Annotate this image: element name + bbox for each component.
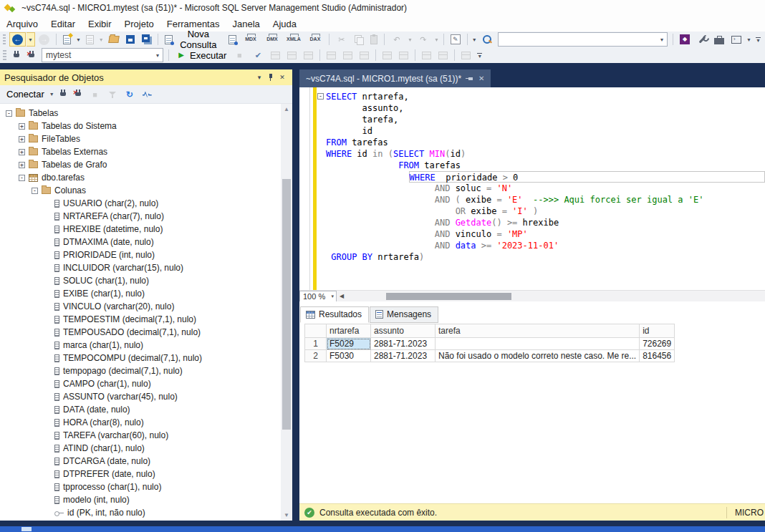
grid-column-header[interactable]: id: [640, 324, 675, 338]
oe-activity-monitor-button[interactable]: [140, 87, 155, 102]
nova-consulta-button[interactable]: Nova Consulta: [162, 32, 224, 47]
grid-cell[interactable]: F5029: [327, 338, 371, 350]
save-all-button[interactable]: [139, 32, 154, 47]
scroll-down-icon[interactable]: ▼: [281, 510, 292, 521]
tree-item[interactable]: DTCARGA (date, nulo): [0, 455, 281, 468]
redo-button[interactable]: ↷: [415, 32, 432, 47]
chevron-down-icon[interactable]: ▾: [657, 37, 667, 43]
grid-cell[interactable]: F5030: [327, 350, 371, 362]
tree-item[interactable]: SOLUC (char(1), nulo): [0, 274, 281, 287]
collapse-icon[interactable]: -: [6, 110, 12, 117]
dax-query-button[interactable]: DAX: [305, 32, 325, 47]
specify-template-parameters-button[interactable]: [458, 48, 473, 62]
tree-item[interactable]: id (PK, int, não nulo): [0, 506, 281, 519]
tree-item[interactable]: -dbo.tarefas: [0, 171, 281, 184]
find-combo[interactable]: ▾: [498, 32, 668, 47]
oe-refresh-button[interactable]: ↻: [121, 87, 138, 102]
grid-cell[interactable]: 726269: [640, 338, 675, 350]
grid-cell[interactable]: Não foi usado o modelo correto neste cas…: [436, 350, 640, 362]
results-tab-mensagens[interactable]: Mensagens: [370, 306, 438, 323]
copy-button[interactable]: [352, 32, 366, 47]
tree-item[interactable]: HREXIBE (datetime, nulo): [0, 223, 281, 236]
undo-button[interactable]: ↶: [388, 32, 405, 47]
results-to-grid-button[interactable]: [340, 48, 355, 62]
save-button[interactable]: [123, 32, 138, 47]
grid-row-header[interactable]: 2: [305, 350, 327, 362]
scrollbar-thumb[interactable]: [282, 179, 291, 430]
tree-item[interactable]: -Tabelas: [0, 107, 281, 120]
tree-item[interactable]: marca (char(1), nulo): [0, 339, 281, 352]
cut-button[interactable]: ✂: [333, 32, 350, 47]
tree-item[interactable]: NRTAREFA (char(7), nulo): [0, 210, 281, 223]
tools-button[interactable]: [694, 32, 710, 47]
grid-corner-cell[interactable]: [305, 324, 327, 338]
editor-zoom-select[interactable]: 100 % ▾: [299, 291, 337, 302]
menu-item-projeto[interactable]: Projeto: [118, 17, 160, 31]
expand-icon[interactable]: +: [19, 136, 25, 142]
windows-taskbar[interactable]: [0, 526, 765, 532]
redo-dropdown[interactable]: ▼: [433, 32, 441, 47]
expand-icon[interactable]: +: [19, 149, 25, 155]
document-tab[interactable]: ~vsC74A.sql - MICRO1.mytest (sa (51))* ✕: [299, 69, 491, 87]
back-history-dropdown[interactable]: ▼: [27, 32, 35, 47]
grid-column-header[interactable]: assunto: [371, 324, 436, 338]
undo-dropdown[interactable]: ▼: [406, 32, 414, 47]
collapse-icon[interactable]: -: [32, 188, 38, 194]
cancel-query-button[interactable]: ■: [231, 48, 248, 62]
results-grid[interactable]: nrtarefaassuntotarefaid1F50292881-71.202…: [304, 324, 675, 362]
hidden-commands-dropdown[interactable]: ▼: [471, 32, 478, 47]
taskbar-app-icon[interactable]: [21, 527, 32, 531]
menu-item-exibir[interactable]: Exibir: [82, 17, 118, 31]
scroll-up-icon[interactable]: ▲: [281, 104, 292, 115]
sql-editor[interactable]: - SELECT nrtarefa, assunto, tarefa, idFR…: [299, 87, 765, 290]
parse-button[interactable]: ✔: [249, 48, 266, 62]
tree-item[interactable]: -Colunas: [0, 184, 281, 197]
oe-connect-dropdown[interactable]: ▼: [48, 87, 56, 102]
grid-column-header[interactable]: tarefa: [436, 324, 640, 338]
tree-item[interactable]: PRIORIDADE (int, nulo): [0, 248, 281, 261]
window-position-dropdown-icon[interactable]: ▾: [254, 72, 265, 83]
main-toolbar-overflow[interactable]: ▾: [756, 37, 761, 42]
tree-item[interactable]: +FileTables: [0, 132, 281, 145]
tree-item[interactable]: tpprocesso (char(1), nulo): [0, 480, 281, 493]
database-combo[interactable]: mytest▾: [42, 48, 163, 62]
tree-item[interactable]: +Tabelas do Sistema: [0, 120, 281, 132]
tree-item[interactable]: INCLUIDOR (varchar(15), nulo): [0, 261, 281, 274]
outline-collapse-icon[interactable]: -: [317, 93, 324, 100]
oe-filter-button[interactable]: [105, 87, 120, 102]
change-connection-button[interactable]: ✕: [25, 48, 39, 62]
tree-item[interactable]: HORA (char(8), nulo): [0, 416, 281, 429]
include-actual-plan-button[interactable]: [268, 48, 283, 62]
menu-item-arquivo[interactable]: Arquivo: [0, 17, 44, 31]
tree-item[interactable]: VINCULO (varchar(20), nulo): [0, 300, 281, 313]
hscrollbar-thumb[interactable]: [386, 293, 511, 300]
back-button[interactable]: ←: [9, 32, 26, 47]
extension-button[interactable]: ◆: [677, 32, 693, 47]
comment-selection-button[interactable]: [380, 48, 395, 62]
paste-button[interactable]: [367, 32, 380, 47]
tree-item[interactable]: DATA (date, nulo): [0, 403, 281, 416]
add-item-dropdown[interactable]: ▼: [97, 32, 105, 47]
grid-cell[interactable]: [436, 338, 640, 350]
forward-button[interactable]: →: [36, 32, 52, 47]
database-engine-query-button[interactable]: [226, 32, 239, 47]
command-window-button[interactable]: ›: [728, 32, 744, 47]
connect-button[interactable]: [10, 48, 24, 62]
chevron-down-icon[interactable]: ▾: [153, 52, 163, 59]
close-icon[interactable]: ✕: [276, 72, 288, 83]
xmla-query-button[interactable]: XMLA: [284, 32, 304, 47]
pin-icon[interactable]: [265, 72, 276, 83]
menu-item-ajuda[interactable]: Ajuda: [266, 17, 303, 31]
include-client-statistics-button[interactable]: [301, 48, 316, 62]
results-tab-resultados[interactable]: Resultados: [300, 306, 369, 323]
tree-item[interactable]: EXIBE (char(1), nulo): [0, 287, 281, 300]
tree-item[interactable]: DTPREFER (date, nulo): [0, 468, 281, 480]
tree-item[interactable]: +Tabelas Externas: [0, 145, 281, 158]
tree-item[interactable]: +Tabelas de Grafo: [0, 158, 281, 171]
tree-item[interactable]: CAMPO (char(1), nulo): [0, 377, 281, 390]
find-button[interactable]: [479, 32, 495, 47]
intellisense-toggle-button[interactable]: ✎: [448, 32, 463, 47]
mdx-query-button[interactable]: MDX: [241, 32, 261, 47]
tree-item[interactable]: ATIND (char(1), nulo): [0, 442, 281, 455]
hscroll-left-icon[interactable]: ◀: [337, 293, 347, 299]
